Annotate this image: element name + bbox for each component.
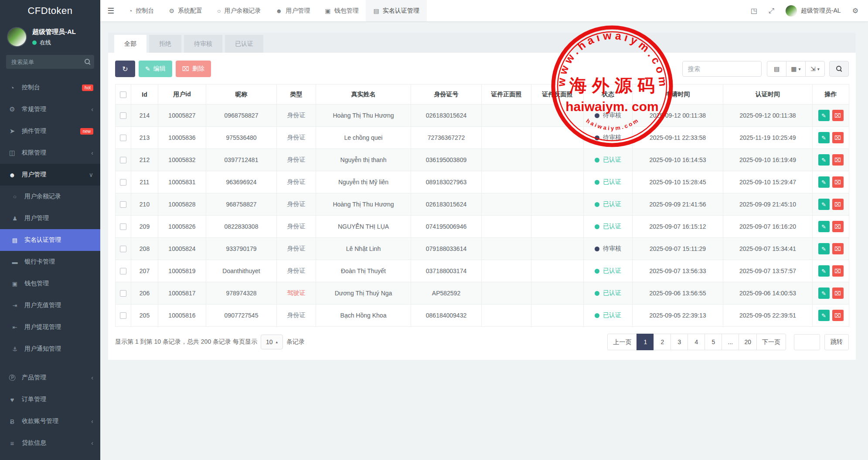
export-button[interactable]: ⇲▾ [805, 61, 825, 77]
sidebar-item-user-balance[interactable]: ○用户余额记录 [0, 186, 100, 207]
page-4[interactable]: 4 [688, 334, 705, 350]
row-verify-time: 2025-09-07 15:34:41 [723, 238, 813, 260]
row-checkbox[interactable] [120, 157, 126, 163]
gears-icon[interactable]: ⚙ [852, 7, 858, 15]
refresh-icon: ↻ [122, 65, 128, 73]
row-checkbox[interactable] [120, 246, 126, 252]
toggle-view-button[interactable]: ▤ [767, 61, 786, 77]
sidebar-search-input[interactable] [6, 55, 94, 69]
page-1[interactable]: 1 [637, 334, 654, 350]
row-edit-button[interactable]: ✎ [818, 310, 830, 321]
sidebar-item-user-notice[interactable]: ⚓用户通知管理 [0, 338, 100, 360]
filter-tabs: 全部拒绝待审核已认证 [108, 33, 856, 53]
row-delete-button[interactable]: ⌧ [832, 110, 844, 121]
copy-page-icon[interactable]: ◳ [751, 7, 757, 15]
row-checkbox[interactable] [120, 112, 126, 119]
filter-tab-2[interactable]: 待审核 [184, 35, 222, 53]
row-front-photo [482, 282, 531, 304]
topnav-tab-user-manage[interactable]: ☻用户管理 [269, 0, 318, 21]
sidebar-item-realname-auth[interactable]: ▤实名认证管理 [0, 229, 100, 251]
page-size-select[interactable]: 10 ▴ [261, 335, 283, 349]
row-edit-button[interactable]: ✎ [818, 110, 830, 121]
row-delete-button[interactable]: ⌧ [832, 288, 844, 299]
row-edit-button[interactable]: ✎ [818, 176, 830, 188]
sidebar-item-loan-info[interactable]: ≡贷款信息‹ [0, 432, 100, 454]
next-page[interactable]: 下一页 [756, 334, 786, 350]
refresh-button[interactable]: ↻ [115, 61, 135, 77]
row-delete-button[interactable]: ⌧ [832, 154, 844, 166]
row-type: 身份证 [277, 216, 316, 238]
page-ellipsis[interactable]: ... [722, 334, 739, 350]
general-manage-icon: ⚙ [7, 105, 17, 113]
select-all-checkbox[interactable] [120, 91, 126, 98]
column-header-0: Id [131, 85, 158, 105]
row-edit-button[interactable]: ✎ [818, 132, 830, 143]
row-verify-time: 2025-09-07 13:57:57 [723, 260, 813, 282]
row-checkbox[interactable] [120, 312, 126, 319]
system-config-icon: ⚙ [169, 7, 174, 14]
row-checkbox[interactable] [120, 201, 126, 208]
sidebar-item-plugin-manage[interactable]: ➤插件管理new [0, 120, 100, 142]
row-delete-button[interactable]: ⌧ [832, 243, 844, 254]
topnav-tab-user-balance[interactable]: ○用户余额记录 [210, 0, 268, 21]
jump-page-input[interactable] [794, 334, 820, 350]
row-delete-button[interactable]: ⌧ [832, 221, 844, 232]
topnav-tab-realname-auth[interactable]: ▤实名认证管理 [366, 0, 426, 21]
page-5[interactable]: 5 [705, 334, 722, 350]
row-edit-button[interactable]: ✎ [818, 265, 830, 277]
sidebar-item-user-manage[interactable]: ☻用户管理∨ [0, 164, 100, 186]
prev-page[interactable]: 上一页 [607, 334, 637, 350]
sidebar-item-payee-account[interactable]: Ƀ收款账号管理‹ [0, 410, 100, 432]
row-edit-button[interactable]: ✎ [818, 288, 830, 299]
row-checkbox[interactable] [120, 268, 126, 274]
toolbar: ↻ ✎ 编辑 ⌧ 删除 ▤▦▾⇲▾ [115, 61, 849, 77]
row-checkbox[interactable] [120, 179, 126, 186]
sidebar-item-general-manage[interactable]: ⚙常规管理‹ [0, 98, 100, 120]
filter-tab-0[interactable]: 全部 [114, 35, 146, 53]
sidebar-item-user-withdraw[interactable]: ⇤用户提现管理 [0, 316, 100, 338]
row-delete-button[interactable]: ⌧ [832, 265, 844, 277]
page-20[interactable]: 20 [739, 334, 757, 350]
columns-button[interactable]: ▦▾ [786, 61, 806, 77]
topnav-tab-wallet-manage[interactable]: ▣钱包管理 [317, 0, 366, 21]
row-edit-button[interactable]: ✎ [818, 154, 830, 166]
row-edit-button[interactable]: ✎ [818, 221, 830, 232]
page-2[interactable]: 2 [654, 334, 671, 350]
type-label: 身份证 [287, 267, 306, 274]
row-checkbox[interactable] [120, 223, 126, 230]
sidebar-item-product-manage[interactable]: Ⓟ产品管理‹ [0, 367, 100, 389]
page-3[interactable]: 3 [671, 334, 688, 350]
delete-button[interactable]: ⌧ 删除 [176, 61, 211, 77]
chevron-left-icon: ‹ [91, 106, 93, 113]
jump-button[interactable]: 跳转 [824, 334, 849, 350]
row-edit-button[interactable]: ✎ [818, 243, 830, 254]
row-checkbox[interactable] [120, 290, 126, 297]
sidebar-item-permission-manage[interactable]: ◫权限管理‹ [0, 142, 100, 164]
top-navbar: ☰ ◔控制台⚙系统配置○用户余额记录☻用户管理▣钱包管理▤实名认证管理 ◳ ⤢ … [100, 0, 868, 21]
edit-button[interactable]: ✎ 编辑 [139, 61, 172, 77]
type-label: 身份证 [287, 223, 306, 230]
sidebar-item-user-list[interactable]: ♟用户管理 [0, 207, 100, 229]
table-search-input[interactable] [682, 61, 762, 77]
row-checkbox[interactable] [120, 135, 126, 141]
sidebar-item-wallet-manage[interactable]: ▣钱包管理 [0, 273, 100, 294]
sidebar-item-bank-card[interactable]: ▬银行卡管理 [0, 251, 100, 273]
row-edit-button[interactable]: ✎ [818, 199, 830, 210]
hamburger-icon[interactable]: ☰ [100, 0, 121, 21]
row-user-id: 10005819 [158, 260, 206, 282]
sidebar-item-order-manage[interactable]: ♥订单管理 [0, 389, 100, 410]
sidebar-item-dashboard[interactable]: ◔控制台hot [0, 77, 100, 98]
sidebar-item-user-recharge[interactable]: ⇥用户充值管理 [0, 294, 100, 316]
fullscreen-icon[interactable]: ⤢ [769, 7, 774, 15]
table-search-button[interactable] [829, 61, 849, 77]
filter-tab-1[interactable]: 拒绝 [149, 35, 181, 53]
row-delete-button[interactable]: ⌧ [832, 132, 844, 143]
row-delete-button[interactable]: ⌧ [832, 310, 844, 321]
filter-tab-3[interactable]: 已认证 [225, 35, 263, 53]
topnav-tab-system-config[interactable]: ⚙系统配置 [161, 0, 210, 21]
row-delete-button[interactable]: ⌧ [832, 176, 844, 188]
caret-down-icon: ▾ [799, 67, 801, 71]
topnav-tab-dashboard[interactable]: ◔控制台 [121, 0, 161, 21]
row-delete-button[interactable]: ⌧ [832, 199, 844, 210]
topnav-user[interactable]: 超级管理员-AL [786, 5, 841, 17]
